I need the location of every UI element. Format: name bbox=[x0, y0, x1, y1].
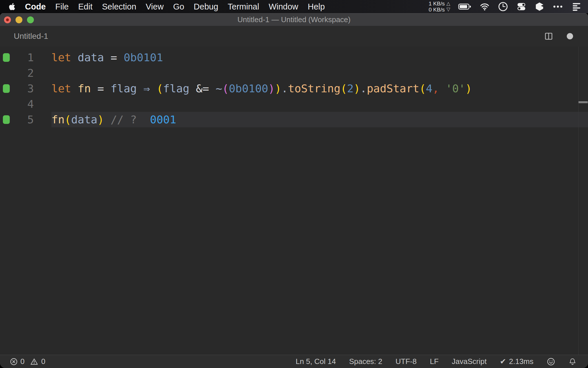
gutter: 3 bbox=[0, 81, 51, 96]
line-number: 1 bbox=[27, 50, 34, 65]
problems-indicator[interactable]: 0 0 bbox=[10, 357, 45, 366]
code-line-4[interactable]: 4 bbox=[0, 96, 588, 112]
tab-untitled-1[interactable]: Untitled-1 bbox=[0, 32, 48, 41]
code-editor[interactable]: 1let data = 0b010123let fn = flag ⇒ (fla… bbox=[0, 47, 588, 355]
code-line-5[interactable]: 5fn(data) // ? 0001 bbox=[0, 112, 588, 127]
menu-terminal[interactable]: Terminal bbox=[228, 2, 259, 12]
coverage-square-icon bbox=[3, 53, 10, 62]
list-menu-icon[interactable] bbox=[571, 1, 582, 12]
close-button[interactable] bbox=[4, 16, 11, 23]
quokka-perf[interactable]: ✔ 2.13ms bbox=[500, 357, 533, 366]
menu-view[interactable]: View bbox=[146, 2, 164, 12]
code-line-3[interactable]: 3let fn = flag ⇒ (flag &= ~(0b0100)).toS… bbox=[0, 81, 588, 96]
check-icon: ✔ bbox=[500, 357, 506, 366]
menu-file[interactable]: File bbox=[55, 2, 69, 12]
warning-count: 0 bbox=[41, 357, 45, 366]
clock-icon[interactable] bbox=[498, 1, 508, 12]
perf-value: 2.13ms bbox=[509, 357, 533, 366]
menu-window[interactable]: Window bbox=[269, 2, 298, 12]
eol-selector[interactable]: LF bbox=[430, 357, 438, 366]
menu-debug[interactable]: Debug bbox=[194, 2, 218, 12]
line-content bbox=[51, 65, 588, 81]
window-title: Untitled-1 — Untitled (Workspace) bbox=[0, 15, 588, 24]
ellipsis-icon[interactable] bbox=[552, 1, 563, 12]
down-triangle-icon: ▽ bbox=[446, 7, 450, 12]
line-content: fn(data) // ? 0001 bbox=[51, 112, 588, 127]
battery-icon[interactable] bbox=[458, 1, 471, 12]
line-content bbox=[51, 96, 588, 112]
menu-selection[interactable]: Selection bbox=[102, 2, 136, 12]
coverage-square-icon bbox=[3, 115, 10, 124]
box-icon[interactable] bbox=[535, 1, 544, 12]
cursor-position[interactable]: Ln 5, Col 14 bbox=[296, 357, 336, 366]
line-content: let data = 0b0101 bbox=[51, 50, 588, 65]
line-content: let fn = flag ⇒ (flag &= ~(0b0100)).toSt… bbox=[51, 81, 588, 96]
code-line-1[interactable]: 1let data = 0b0101 bbox=[0, 50, 588, 65]
unsaved-changes-dot[interactable] bbox=[567, 33, 573, 39]
window-title-bar[interactable]: Untitled-1 — Untitled (Workspace) bbox=[0, 13, 588, 26]
coverage-square-icon bbox=[3, 84, 10, 93]
up-triangle-icon: △ bbox=[446, 1, 450, 7]
network-speed-indicator[interactable]: 1 KB/s 0 KB/s △ ▽ bbox=[429, 1, 450, 13]
line-number: 4 bbox=[27, 96, 34, 112]
line-number: 3 bbox=[27, 81, 34, 96]
apple-logo-icon[interactable] bbox=[9, 3, 16, 11]
notifications-bell-icon[interactable] bbox=[568, 357, 577, 366]
unsaved-indicator-dot bbox=[6, 18, 9, 21]
error-circle-icon bbox=[10, 358, 18, 366]
line-number: 2 bbox=[27, 65, 34, 81]
error-count: 0 bbox=[20, 357, 24, 366]
wifi-icon[interactable] bbox=[479, 1, 490, 12]
encoding[interactable]: UTF-8 bbox=[396, 357, 417, 366]
gutter: 1 bbox=[0, 50, 51, 65]
warning-triangle-icon bbox=[30, 358, 38, 366]
gutter: 5 bbox=[0, 112, 51, 127]
network-up-value: 1 KB/s bbox=[429, 1, 445, 7]
split-editor-icon[interactable] bbox=[544, 31, 554, 41]
tab-bar: Untitled-1 bbox=[0, 26, 588, 47]
status-bar: 0 0 Ln 5, Col 14Spaces: 2UTF-8LFJavaScri… bbox=[0, 355, 588, 368]
control-center-icon[interactable] bbox=[516, 1, 527, 12]
indentation[interactable]: Spaces: 2 bbox=[349, 357, 382, 366]
language-mode[interactable]: JavaScript bbox=[452, 357, 487, 366]
menu-help[interactable]: Help bbox=[308, 2, 325, 12]
network-down-value: 0 KB/s bbox=[429, 7, 445, 13]
menu-edit[interactable]: Edit bbox=[78, 2, 92, 12]
vscode-window: Untitled-1 — Untitled (Workspace) Untitl… bbox=[0, 13, 588, 368]
minimize-button[interactable] bbox=[16, 16, 22, 23]
feedback-smiley-icon[interactable] bbox=[547, 357, 555, 366]
macos-menu-bar: CodeFileEditSelectionViewGoDebugTerminal… bbox=[0, 0, 588, 13]
menu-code[interactable]: Code bbox=[25, 2, 46, 12]
line-number: 5 bbox=[27, 112, 34, 127]
gutter: 4 bbox=[0, 96, 51, 112]
menu-go[interactable]: Go bbox=[173, 2, 184, 12]
gutter: 2 bbox=[0, 65, 51, 81]
zoom-button[interactable] bbox=[27, 16, 34, 23]
code-line-2[interactable]: 2 bbox=[0, 65, 588, 81]
